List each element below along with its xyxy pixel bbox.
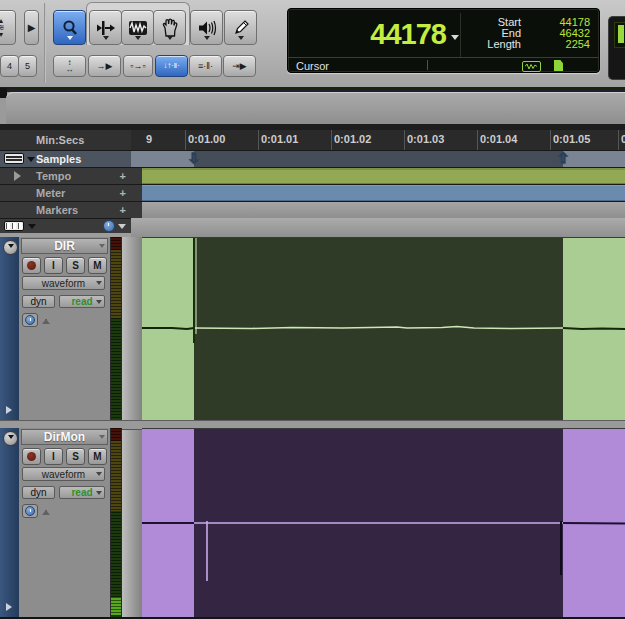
main-counter-value[interactable]: 44178: [328, 18, 446, 51]
minsecs-tick-label: 0:01.00: [188, 133, 225, 145]
zoom-preset-5-button[interactable]: 5: [18, 55, 37, 77]
tempo-expand-icon[interactable]: [14, 171, 26, 181]
edit-toolbar: ▴≋▾ ▶ 4 5: [0, 0, 625, 88]
markers-lane[interactable]: [142, 202, 625, 218]
minsecs-tick-label: 9: [146, 133, 152, 145]
elastic-audio-button[interactable]: dyn: [22, 486, 55, 499]
ruler-tempo: Tempo +: [0, 168, 625, 185]
mute-button[interactable]: M: [88, 448, 107, 465]
samples-timeline-lane[interactable]: ⇩ ⇧: [131, 151, 625, 167]
meter-label: Meter: [36, 187, 65, 199]
track-resize-icon[interactable]: [6, 406, 16, 414]
track-level-meter: [110, 237, 122, 420]
track-view-selector[interactable]: waveform: [22, 467, 105, 481]
tempo-lane[interactable]: [142, 168, 625, 184]
track-color-strip: [0, 428, 20, 617]
meter-lane[interactable]: [142, 185, 625, 201]
min-secs-label: Min:Secs: [36, 134, 84, 146]
timebase-dropdown-icon[interactable]: [118, 224, 126, 233]
scrubber-tool-button[interactable]: [190, 10, 223, 45]
mute-button[interactable]: M: [88, 257, 107, 274]
meter-signal: [111, 597, 121, 615]
timebase-button[interactable]: [22, 504, 38, 518]
tab-to-transients-button[interactable]: →▶: [88, 55, 121, 77]
edit-mode-button-partial[interactable]: ▴≋▾: [0, 10, 16, 45]
playlist-icon: [41, 315, 51, 323]
track-header: DIR I S M waveform dyn read: [19, 237, 110, 420]
dirmon-waveform: [142, 429, 625, 618]
selection-end-marker[interactable]: ⇧: [557, 151, 569, 166]
minsecs-tick-line: [618, 130, 619, 150]
main-counter-panel: 44178 Start 44178 End 46432 Length 2254 …: [287, 8, 600, 73]
link-track-edit-selection-button[interactable]: ≡·‖·: [189, 55, 222, 77]
grid-nudge-panel-partial: [608, 16, 625, 80]
toolbar-divider: [44, 3, 46, 83]
hand-icon: [161, 18, 179, 37]
timeline-selection[interactable]: [194, 151, 563, 167]
track-name[interactable]: DIR: [21, 238, 108, 254]
record-enable-button[interactable]: [22, 257, 41, 274]
memory-location-icon[interactable]: [554, 60, 563, 71]
grabber-tool-button[interactable]: [153, 10, 186, 45]
zoom-tool-button[interactable]: [53, 10, 86, 45]
cursor-label: Cursor: [296, 60, 329, 72]
minsecs-tick-label: 0: [621, 133, 625, 145]
timebase-clock-icon[interactable]: [103, 220, 115, 232]
track-header: DirMon I S M waveform dyn read: [19, 428, 110, 617]
minsecs-lane[interactable]: 90:01.000:01.010:01.020:01.030:01.040:01…: [131, 130, 625, 150]
track-view-columns-icon[interactable]: [4, 221, 24, 231]
speaker-icon: [197, 19, 217, 37]
zoom-toggle-button[interactable]: ↕↔: [53, 55, 86, 77]
track-collapse-button[interactable]: [3, 431, 18, 446]
toolbar-spacer-panel: [6, 92, 625, 124]
edit-mode-expand-button[interactable]: ▶: [24, 10, 39, 45]
track-collapse-button[interactable]: [3, 240, 18, 255]
samples-dropdown-icon[interactable]: [27, 157, 35, 166]
timebase-button[interactable]: [22, 313, 38, 327]
minsecs-tick-line: [258, 130, 259, 150]
markers-add-button[interactable]: +: [120, 204, 126, 216]
mirrored-midi-editing-button[interactable]: ▫→▫: [123, 55, 153, 77]
solo-button[interactable]: S: [66, 257, 85, 274]
minsecs-tick-label: 0:01.02: [334, 133, 371, 145]
track-level-meter: [110, 428, 122, 617]
columns-dropdown-icon[interactable]: [28, 224, 36, 233]
counter-dropdown-icon[interactable]: [451, 35, 459, 44]
track-name[interactable]: DirMon: [21, 429, 108, 445]
automation-mode-selector[interactable]: read: [59, 486, 105, 499]
minsecs-tick-line: [404, 130, 405, 150]
samples-label: Samples: [36, 153, 81, 165]
minsecs-tick-line: [477, 130, 478, 150]
timeline-insertion-icon[interactable]: [522, 61, 541, 72]
zoom-preset-4-button[interactable]: 4: [0, 55, 19, 77]
tempo-add-button[interactable]: +: [120, 170, 126, 182]
selector-tool-button[interactable]: [121, 10, 154, 45]
elastic-audio-button[interactable]: dyn: [22, 295, 55, 308]
samples-ruler-icon[interactable]: [4, 153, 24, 164]
trim-tool-button[interactable]: [89, 10, 122, 45]
solo-button[interactable]: S: [66, 448, 85, 465]
ruler-min-secs: Min:Secs 90:01.000:01.010:01.020:01.030:…: [0, 130, 625, 151]
minsecs-tick-line: [185, 130, 186, 150]
input-monitor-button[interactable]: I: [44, 257, 63, 274]
selection-start-marker[interactable]: ⇩: [188, 151, 200, 166]
pencil-icon: [232, 19, 250, 37]
minsecs-tick-label: 0:01.03: [407, 133, 444, 145]
selection-length-value[interactable]: 2254: [521, 39, 590, 50]
track-resize-icon[interactable]: [6, 603, 16, 611]
pencil-tool-button[interactable]: [224, 10, 257, 45]
dir-waveform: [142, 238, 625, 421]
waveform-selection-icon: [127, 19, 149, 37]
insertion-follows-playback-button[interactable]: ⇥▶: [223, 55, 256, 77]
automation-mode-selector[interactable]: read: [59, 295, 105, 308]
tempo-label: Tempo: [36, 170, 71, 182]
meter-add-button[interactable]: +: [120, 187, 126, 199]
right-triangle-icon: ▶: [28, 22, 36, 33]
record-enable-button[interactable]: [22, 448, 41, 465]
track-view-selector[interactable]: waveform: [22, 276, 105, 290]
input-monitor-button[interactable]: I: [44, 448, 63, 465]
trim-icon: [96, 19, 116, 37]
track-dir-waveform-lane[interactable]: [142, 237, 625, 420]
link-timeline-edit-selection-button[interactable]: ↓↑·‖·: [155, 55, 188, 77]
track-dirmon-waveform-lane[interactable]: [142, 428, 625, 617]
